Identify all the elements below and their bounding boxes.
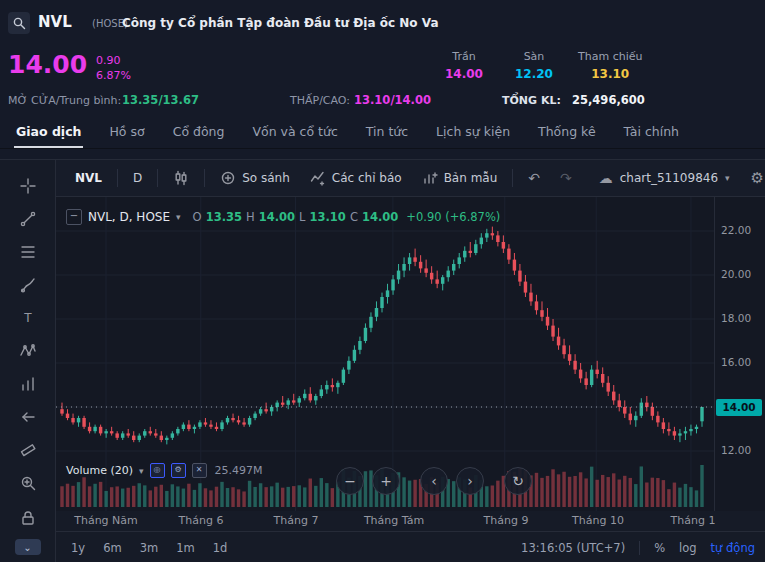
month-label: Tháng 6 xyxy=(179,514,224,527)
open-avg-label: MỞ CỬA/Trung bình: xyxy=(8,94,121,107)
volume-label[interactable]: Volume (20) xyxy=(66,464,133,477)
template-button[interactable]: Bản mẫu xyxy=(415,166,505,190)
ruler-tool[interactable] xyxy=(15,438,41,462)
time-axis[interactable]: Tháng Năm Tháng 6 Tháng 7 Tháng Tám Thán… xyxy=(56,511,765,532)
xabcd-pattern-icon xyxy=(19,342,37,360)
tab-ho-so[interactable]: Hồ sơ xyxy=(107,124,146,148)
trend-line-icon xyxy=(19,210,37,228)
close-icon: ✕ xyxy=(196,465,203,474)
volume-legend: Volume (20) ▾ ◎ ⚙ ✕ 25.497M xyxy=(66,463,263,478)
last-price-tag: 14.00 xyxy=(716,399,762,416)
ohlc-values: O13.35 H14.00 L13.10 C14.00 +0.90 (+6.87… xyxy=(193,210,501,224)
redo-icon: ↷ xyxy=(560,171,572,185)
floor-value: 12.20 xyxy=(508,67,560,81)
range-1m[interactable]: 1m xyxy=(173,539,198,557)
price-axis[interactable]: 22.00 20.00 18.00 16.00 14.00 12.00 14.0… xyxy=(714,197,765,511)
template-label: Bản mẫu xyxy=(444,171,498,185)
zoom-out-button[interactable]: − xyxy=(336,467,364,495)
tab-tai-chinh[interactable]: Tài chính xyxy=(622,124,681,148)
month-label: Tháng 9 xyxy=(484,514,529,527)
volume-settings-button[interactable]: ⚙ xyxy=(171,463,186,478)
last-price: 14.00 xyxy=(8,50,87,79)
chevron-down-icon[interactable]: ▾ xyxy=(139,466,144,476)
pattern-tool[interactable] xyxy=(15,339,41,363)
chart-style-button[interactable] xyxy=(166,166,196,190)
clock-time[interactable]: 13:16:05 (UTC+7) xyxy=(521,541,625,555)
percent-scale-button[interactable]: % xyxy=(654,541,665,555)
volume-visibility-button[interactable]: ◎ xyxy=(150,463,165,478)
indicators-label: Các chỉ báo xyxy=(332,171,402,185)
text-tool[interactable]: T xyxy=(15,306,41,330)
range-6m[interactable]: 6m xyxy=(100,539,125,557)
chart-settings-button[interactable]: ⚙ xyxy=(744,167,765,190)
range-1d[interactable]: 1d xyxy=(210,539,231,557)
gear-icon: ⚙ xyxy=(751,171,764,186)
redo-button[interactable]: ↷ xyxy=(553,167,579,189)
crosshair-icon xyxy=(19,177,37,195)
floor-column: Sàn 12.20 xyxy=(508,50,560,81)
reference-label: Tham chiếu xyxy=(578,50,642,63)
chart-footer: 1y 6m 3m 1m 1d 13:16:05 (UTC+7) % log tự… xyxy=(56,532,765,562)
fib-tool[interactable] xyxy=(15,240,41,264)
low-value: 13.10 xyxy=(310,210,346,224)
compare-label: So sánh xyxy=(242,171,290,185)
chart-widget: T xyxy=(0,159,765,562)
cloud-icon: ☁ xyxy=(599,171,613,185)
drawing-toolbar: T xyxy=(0,160,56,562)
chevron-down-icon[interactable]: ▾ xyxy=(176,212,181,222)
tab-thong-ke[interactable]: Thống kê xyxy=(536,124,598,148)
trend-line-tool[interactable] xyxy=(15,207,41,231)
arrow-left-icon xyxy=(19,408,37,426)
zoom-in-button[interactable]: + xyxy=(372,467,400,495)
spacer xyxy=(0,149,765,159)
scroll-left-button[interactable]: ‹ xyxy=(420,467,448,495)
search-button[interactable] xyxy=(8,12,30,34)
fib-retracement-icon xyxy=(19,243,37,261)
crosshair-tool[interactable] xyxy=(15,174,41,198)
range-3m[interactable]: 3m xyxy=(137,539,162,557)
interval-button[interactable]: D xyxy=(126,167,149,189)
reference-value: 13.10 xyxy=(578,67,642,81)
legend-collapse-button[interactable]: − xyxy=(66,209,82,225)
zoom-in-tool[interactable] xyxy=(15,471,41,495)
plus-icon: + xyxy=(380,473,392,489)
reset-icon: ↻ xyxy=(512,473,524,489)
tab-giao-dich[interactable]: Giao dịch xyxy=(14,124,83,148)
toolbar-collapse-button[interactable]: ⌄ xyxy=(15,539,41,555)
arrow-left-tool[interactable] xyxy=(15,405,41,429)
gear-icon: ⚙ xyxy=(174,465,181,474)
volume-remove-button[interactable]: ✕ xyxy=(192,463,207,478)
low-high-label: THẤP/CAO: xyxy=(290,94,350,107)
tab-tin-tuc[interactable]: Tin tức xyxy=(364,124,410,148)
forecast-icon xyxy=(19,375,37,393)
price-tick: 20.00 xyxy=(721,268,751,280)
forecast-tool[interactable] xyxy=(15,372,41,396)
reset-chart-button[interactable]: ↻ xyxy=(504,467,532,495)
indicators-icon xyxy=(310,170,326,186)
chart-main: − NVL, D, HOSE ▾ O13.35 H14.00 L13.10 C1… xyxy=(56,197,765,511)
compare-button[interactable]: So sánh xyxy=(213,166,297,190)
divider xyxy=(639,541,640,555)
tab-von-co-tuc[interactable]: Vốn và cổ tức xyxy=(250,124,339,148)
layout-dropdown[interactable]: ☁ chart_51109846 ▾ xyxy=(591,167,738,189)
low-high-value: 13.10/14.00 xyxy=(354,93,431,107)
scroll-right-button[interactable]: › xyxy=(456,467,484,495)
tab-lich-su-kien[interactable]: Lịch sự kiện xyxy=(434,124,512,148)
limit-prices: Trần 14.00 Sàn 12.20 Tham chiếu 13.10 xyxy=(438,50,642,81)
brush-tool[interactable] xyxy=(15,273,41,297)
open-avg-value: 13.35/13.67 xyxy=(122,93,199,107)
range-1y[interactable]: 1y xyxy=(68,539,88,557)
tab-co-dong[interactable]: Cổ đông xyxy=(171,124,227,148)
undo-button[interactable]: ↶ xyxy=(521,167,547,189)
log-scale-button[interactable]: log xyxy=(679,541,697,555)
chart-legend: − NVL, D, HOSE ▾ O13.35 H14.00 L13.10 C1… xyxy=(66,209,500,225)
lock-tool[interactable] xyxy=(15,506,41,530)
symbol-button[interactable]: NVL xyxy=(68,167,109,189)
legend-title[interactable]: NVL, D, HOSE xyxy=(88,210,170,224)
auto-scale-button[interactable]: tự động xyxy=(711,541,755,555)
chart-plot[interactable]: − NVL, D, HOSE ▾ O13.35 H14.00 L13.10 C1… xyxy=(56,197,714,511)
indicators-button[interactable]: Các chỉ báo xyxy=(303,166,409,190)
divider xyxy=(157,169,158,187)
floor-label: Sàn xyxy=(508,50,560,63)
zoom-in-icon xyxy=(19,474,37,492)
